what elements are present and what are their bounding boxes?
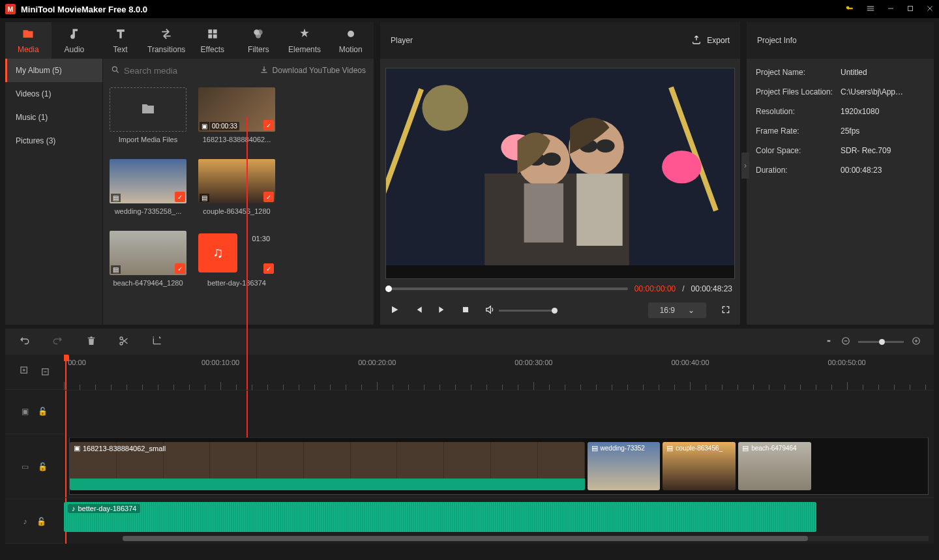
video-type-icon: ▣ (200, 122, 209, 130)
sidebar-item-myalbum[interactable]: My Album (5) (5, 59, 102, 82)
zoom-in-button[interactable] (912, 336, 921, 347)
tab-elements-label: Elements (288, 45, 321, 54)
key-icon[interactable] (845, 4, 854, 15)
clip-label: better-day-186374 (78, 505, 137, 512)
media-item-pic2[interactable]: ▤ ✓ couple-863456_1280 (198, 159, 275, 224)
next-button[interactable] (438, 305, 447, 316)
tab-media[interactable]: Media (5, 22, 52, 59)
sidebar-item-videos[interactable]: Videos (1) (5, 82, 102, 106)
tab-audio-label: Audio (65, 45, 85, 54)
volume-icon[interactable] (484, 304, 495, 317)
undo-button[interactable] (18, 335, 30, 349)
media-item-video1[interactable]: ▣ 00:00:33 ✓ 168213-838884062... (198, 87, 275, 153)
add-track-button[interactable] (20, 366, 30, 378)
media-item-label: couple-863456_1280 (198, 207, 275, 215)
tab-transitions-label: Transitions (147, 45, 185, 54)
video-track[interactable]: ▣168213-838884062_small ▤wedding-73352 ▤… (69, 437, 929, 495)
video-track-icon: ▭ (22, 462, 29, 471)
video-clip-1[interactable]: ▣168213-838884062_small (70, 442, 585, 490)
check-icon: ✓ (263, 192, 274, 202)
fullscreen-button[interactable] (721, 304, 731, 317)
prev-button[interactable] (414, 305, 423, 316)
media-item-music1[interactable]: ♫ 01:30 ✓ better-day-186374 (198, 231, 275, 296)
image-clip-icon: ▤ (742, 444, 749, 452)
tab-filters[interactable]: Filters (235, 22, 282, 59)
play-button[interactable] (389, 304, 400, 317)
scrub-bar[interactable] (388, 287, 628, 290)
proj-value: 00:00:48:23 (841, 166, 925, 175)
image-clip-icon: ▤ (666, 444, 673, 452)
proj-value: SDR- Rec.709 (841, 146, 925, 155)
image-clip-3[interactable]: ▤beach-6479464 (738, 442, 811, 490)
import-media-label: Import Media Files (110, 136, 186, 143)
svg-rect-14 (524, 183, 563, 243)
timeline-scrollbar[interactable] (123, 536, 929, 541)
search-input[interactable] (124, 66, 222, 76)
zoom-slider[interactable] (858, 341, 904, 343)
split-button[interactable] (119, 336, 129, 348)
svg-rect-15 (576, 173, 623, 246)
project-info-panel: Project Info Project Name:Untitled Proje… (747, 22, 934, 325)
clip-label: wedding-73352 (601, 445, 645, 452)
image-clip-2[interactable]: ▤couple-863456_ (663, 442, 736, 490)
collapse-panel-button[interactable]: › (741, 153, 749, 179)
aspect-ratio-select[interactable]: 16:9 ⌄ (648, 302, 706, 318)
volume-slider[interactable] (499, 310, 558, 312)
proj-value: 1920x1080 (841, 107, 925, 116)
tab-audio[interactable]: Audio (52, 22, 98, 59)
timeline-ruler[interactable]: 00:00 00:00:10:00 00:00:20:00 00:00:30:0… (64, 355, 934, 390)
tab-text-label: Text (113, 45, 128, 54)
player-title: Player (391, 36, 691, 45)
zoom-out-button[interactable] (841, 336, 850, 347)
svg-point-4 (112, 66, 117, 71)
total-time: 00:00:48:23 (691, 284, 732, 293)
sidebar-item-music[interactable]: Music (1) (5, 106, 102, 129)
current-time: 00:00:00:00 (634, 284, 676, 293)
proj-key: Color Space: (756, 146, 841, 155)
minimize-icon[interactable] (887, 5, 895, 14)
audio-clip-icon: ♪ (72, 505, 76, 512)
tab-media-label: Media (18, 45, 39, 54)
import-media-button[interactable]: Import Media Files (110, 87, 186, 153)
video-preview[interactable] (385, 68, 735, 279)
download-youtube-button[interactable]: Download YouTube Videos (260, 65, 366, 76)
tab-elements[interactable]: Elements (282, 22, 328, 59)
menu-icon[interactable] (866, 4, 875, 15)
image-type-icon: ▤ (200, 194, 209, 202)
audio-clip-1[interactable]: ♪better-day-186374 (64, 502, 816, 532)
media-item-label: wedding-7335258_... (110, 207, 186, 215)
proj-value: 25fps (841, 126, 925, 136)
delete-button[interactable] (86, 336, 97, 348)
crop-button[interactable] (151, 336, 162, 348)
lock-icon[interactable]: 🔓 (37, 517, 46, 526)
tab-effects-label: Effects (201, 45, 224, 54)
tab-filters-label: Filters (248, 45, 269, 54)
proj-key: Frame Rate: (756, 126, 841, 136)
media-item-pic1[interactable]: ▤ ✓ wedding-7335258_... (110, 159, 186, 224)
folder-icon (140, 101, 156, 119)
audio-track[interactable]: ♪better-day-186374 (64, 497, 934, 536)
tab-motion[interactable]: Motion (327, 22, 374, 59)
redo-button[interactable] (52, 335, 64, 349)
remove-track-button[interactable] (39, 366, 50, 378)
media-item-pic3[interactable]: ▤ ✓ beach-6479464_1280 (110, 231, 186, 296)
ruler-label: 00:00:50:00 (828, 359, 866, 366)
close-icon[interactable] (926, 5, 934, 14)
export-label: Export (707, 36, 730, 45)
stop-button[interactable] (461, 305, 470, 316)
image-clip-1[interactable]: ▤wedding-73352 (588, 442, 661, 490)
svg-point-19 (596, 140, 614, 153)
export-button[interactable]: Export (691, 35, 730, 47)
tab-effects[interactable]: Effects (190, 22, 236, 59)
overlay-track[interactable] (64, 390, 934, 428)
tab-text[interactable]: Text (97, 22, 143, 59)
lock-icon[interactable]: 🔓 (38, 462, 48, 471)
project-info-title: Project Info (757, 36, 797, 45)
sidebar-item-pictures[interactable]: Pictures (3) (5, 129, 102, 153)
maximize-icon[interactable] (906, 5, 914, 14)
proj-key: Duration: (756, 166, 841, 175)
tab-transitions[interactable]: Transitions (143, 22, 190, 59)
fit-zoom-button[interactable] (824, 336, 833, 347)
lock-icon[interactable]: 🔓 (38, 407, 48, 416)
tab-motion-label: Motion (339, 45, 363, 54)
